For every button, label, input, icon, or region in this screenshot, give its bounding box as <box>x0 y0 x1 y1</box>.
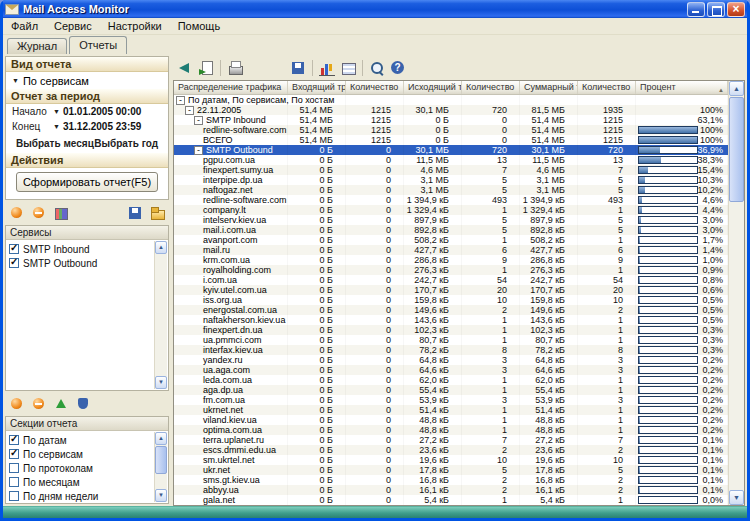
table-row[interactable]: naftakherson.kiev.ua0 Б0143,6 кБ1143,6 к… <box>174 315 728 325</box>
table-row[interactable]: intelserv.kiev.ua0 Б0897,9 кБ5897,9 кБ53… <box>174 215 728 225</box>
report-type-select[interactable]: ▼ По сервисам <box>6 72 168 89</box>
tab-inactive[interactable]: Журнал <box>7 38 67 54</box>
table-row[interactable]: mail.i.com.ua0 Б0892,8 кБ5892,8 кБ53,0% <box>174 225 728 235</box>
sort-up-button[interactable] <box>51 394 71 414</box>
checkbox-checked[interactable] <box>9 435 19 445</box>
export-button[interactable] <box>196 58 216 78</box>
chart-button[interactable] <box>317 58 337 78</box>
table-row[interactable]: fm.com.ua0 Б053,9 кБ353,9 кБ30,2% <box>174 395 728 405</box>
folder-button[interactable] <box>147 203 167 223</box>
scroll-up-button[interactable]: ▲ <box>729 81 744 96</box>
table-row[interactable]: terra.uplanet.ru0 Б027,2 кБ727,2 кБ70,1% <box>174 435 728 445</box>
table-row[interactable]: ВСЕГО51,4 МБ12150 Б051,4 МБ1215100% <box>174 135 728 145</box>
tree-collapse-icon[interactable]: - <box>194 116 203 125</box>
table-row[interactable]: -SMTP Outbound0 Б030,1 МБ72030,1 МБ72036… <box>174 145 728 155</box>
menu-item[interactable]: Настройки <box>100 19 170 33</box>
period-end-row[interactable]: Конец ▼ 31.12.2005 23:59 <box>6 119 168 134</box>
zoom-button[interactable] <box>367 58 387 78</box>
table-row[interactable]: viland.kiev.ua0 Б048,8 кБ148,8 кБ10,2% <box>174 415 728 425</box>
checklist-item[interactable]: По датам <box>9 433 153 447</box>
table-row[interactable]: pgpu.com.ua0 Б011,5 МБ1311,5 МБ1338,3% <box>174 155 728 165</box>
column-header[interactable]: Суммарный т <box>520 81 578 94</box>
menu-item[interactable]: Сервис <box>46 19 100 33</box>
checkbox-unchecked[interactable] <box>9 491 19 501</box>
scroll-thumb[interactable] <box>155 446 167 474</box>
table-row[interactable]: gala.net0 Б05,4 кБ15,4 кБ10,0% <box>174 495 728 505</box>
select-year-button[interactable]: Выбрать год <box>94 138 158 149</box>
table-row[interactable]: aga.dp.ua0 Б055,4 кБ155,4 кБ10,2% <box>174 385 728 395</box>
column-header[interactable]: Входящий тр <box>288 81 346 94</box>
sections-scrollbar[interactable]: ▲ ▼ <box>154 432 167 502</box>
table-row[interactable]: -SMTP Inbound51,4 МБ12150 Б051,4 МБ12156… <box>174 115 728 125</box>
tree-collapse-icon[interactable]: - <box>176 96 185 105</box>
table-row[interactable]: redline-software.com0 Б01 394,9 кБ4931 3… <box>174 195 728 205</box>
save-button[interactable] <box>288 58 308 78</box>
help-button[interactable] <box>388 58 408 78</box>
column-header[interactable]: Процент▲ <box>636 81 728 94</box>
table-row[interactable]: ukrnet.net0 Б051,4 кБ151,4 кБ10,2% <box>174 405 728 415</box>
table-row[interactable]: finexpert.sumy.ua0 Б04,6 МБ74,6 МБ715,4% <box>174 165 728 175</box>
table-row[interactable]: royalholding.com0 Б0276,3 кБ1276,3 кБ10,… <box>174 265 728 275</box>
checkbox-checked[interactable] <box>9 244 19 254</box>
table-row[interactable]: krm.com.ua0 Б0286,8 кБ9286,8 кБ91,0% <box>174 255 728 265</box>
table-row[interactable]: -22.11.200551,4 МБ121530,1 МБ72081,5 МБ1… <box>174 105 728 115</box>
tree-collapse-icon[interactable]: - <box>194 146 203 155</box>
checkbox-checked[interactable] <box>9 258 19 268</box>
checklist-item[interactable]: По протоколам <box>9 461 153 475</box>
minimize-button[interactable] <box>687 2 705 17</box>
table-row[interactable]: leda.com.ua0 Б062,0 кБ162,0 кБ10,2% <box>174 375 728 385</box>
table-row[interactable]: optima.com.ua0 Б048,8 кБ148,8 кБ10,2% <box>174 425 728 435</box>
refresh-button[interactable] <box>7 203 27 223</box>
filter-button[interactable] <box>73 394 93 414</box>
table-row[interactable]: ua.aga.com0 Б064,6 кБ364,6 кБ30,2% <box>174 365 728 375</box>
table-row[interactable]: abbyy.ua0 Б016,1 кБ216,1 кБ20,1% <box>174 485 728 495</box>
table-row[interactable]: energostal.com.ua0 Б0149,6 кБ2149,6 кБ20… <box>174 305 728 315</box>
table-row[interactable]: redline-software.com51,4 МБ12150 Б051,4 … <box>174 125 728 135</box>
table-row[interactable]: ua.pmmci.com0 Б080,7 кБ180,7 кБ10,3% <box>174 335 728 345</box>
page-setup-button[interactable] <box>267 58 287 78</box>
scroll-down-button[interactable]: ▼ <box>155 376 167 389</box>
checklist-item[interactable]: По дням недели <box>9 489 153 503</box>
table-row[interactable]: interpipe.dp.ua0 Б03,1 МБ53,1 МБ510,3% <box>174 175 728 185</box>
table-row[interactable]: sm.ukrtel.net0 Б019,6 кБ1019,6 кБ100,1% <box>174 455 728 465</box>
table-row[interactable]: interfax.kiev.ua0 Б078,2 кБ878,2 кБ80,3% <box>174 345 728 355</box>
table-row[interactable]: avanport.com0 Б0508,2 кБ1508,2 кБ11,7% <box>174 235 728 245</box>
column-header[interactable]: Исходящий т <box>404 81 462 94</box>
column-header[interactable]: Количество <box>578 81 636 94</box>
checklist-item[interactable]: По сервисам <box>9 447 153 461</box>
column-header[interactable]: Количество <box>462 81 520 94</box>
print-button[interactable] <box>225 58 245 78</box>
back-button[interactable] <box>175 58 195 78</box>
scroll-up-button[interactable]: ▲ <box>155 241 167 254</box>
period-start-row[interactable]: Начало ▼ 01.01.2005 00:00 <box>6 104 168 119</box>
table-row[interactable]: -По датам, По сервисам, По хостам <box>174 95 728 105</box>
generate-report-button[interactable]: Сформировать отчет(F5) <box>16 172 158 192</box>
scroll-down-button[interactable]: ▼ <box>155 489 167 502</box>
checkbox-unchecked[interactable] <box>9 463 19 473</box>
title-bar[interactable]: Mail Access Monitor <box>3 0 747 18</box>
scroll-down-button[interactable]: ▼ <box>729 490 744 505</box>
stop-button[interactable] <box>29 203 49 223</box>
checklist-item[interactable]: SMTP Inbound <box>9 242 153 256</box>
checkbox-unchecked[interactable] <box>9 477 19 487</box>
table-row[interactable]: kyiv.utel.com.ua0 Б0170,7 кБ20170,7 кБ20… <box>174 285 728 295</box>
stop-button[interactable] <box>29 394 49 414</box>
table-row[interactable]: escs.dmmi.edu.ua0 Б023,6 кБ223,6 кБ20,1% <box>174 445 728 455</box>
maximize-button[interactable] <box>707 2 725 17</box>
table-row[interactable]: i.com.ua0 Б0242,7 кБ54242,7 кБ540,8% <box>174 275 728 285</box>
table-row[interactable]: yandex.ru0 Б064,8 кБ364,8 кБ30,2% <box>174 355 728 365</box>
table-row[interactable]: naftogaz.net0 Б03,1 МБ53,1 МБ510,2% <box>174 185 728 195</box>
grid-scrollbar[interactable]: ▲ ▼ <box>728 81 744 505</box>
scroll-up-button[interactable]: ▲ <box>155 432 167 445</box>
scroll-track[interactable] <box>155 445 167 489</box>
checklist-item[interactable]: По месяцам <box>9 475 153 489</box>
checkbox-checked[interactable] <box>9 449 19 459</box>
column-header[interactable]: Распределение трафика <box>174 81 288 94</box>
close-button[interactable] <box>727 2 745 17</box>
table-row[interactable]: finexpert.dn.ua0 Б0102,3 кБ1102,3 кБ10,3… <box>174 325 728 335</box>
tree-collapse-icon[interactable]: - <box>185 106 194 115</box>
table-row[interactable]: ukr.net0 Б017,8 кБ517,8 кБ50,1% <box>174 465 728 475</box>
scroll-thumb[interactable] <box>729 97 744 202</box>
services-scrollbar[interactable]: ▲ ▼ <box>154 241 167 389</box>
table-row[interactable]: mail.ru0 Б0427,7 кБ6427,7 кБ61,4% <box>174 245 728 255</box>
